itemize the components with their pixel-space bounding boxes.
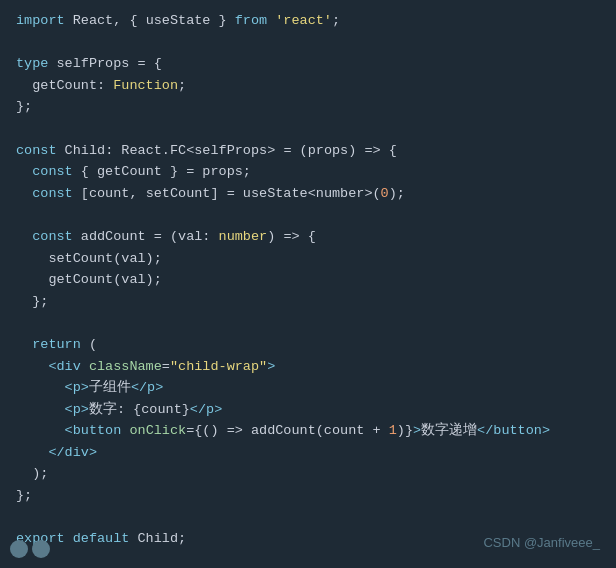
- code-line: setCount(val);: [16, 248, 600, 270]
- code-line: type selfProps = {: [16, 53, 600, 75]
- code-line: getCount: Function;: [16, 75, 600, 97]
- code-line: const { getCount } = props;: [16, 161, 600, 183]
- code-line: </div>: [16, 442, 600, 464]
- code-block: import React, { useState } from 'react';…: [16, 10, 600, 550]
- code-line: );: [16, 463, 600, 485]
- code-line: };: [16, 485, 600, 507]
- code-line: [16, 32, 600, 54]
- code-line: const [count, setCount] = useState<numbe…: [16, 183, 600, 205]
- code-line: [16, 204, 600, 226]
- code-line: [16, 118, 600, 140]
- icon-2: [32, 540, 50, 558]
- icon-1: [10, 540, 28, 558]
- code-editor: import React, { useState } from 'react';…: [0, 0, 616, 568]
- code-line: [16, 312, 600, 334]
- code-line: getCount(val);: [16, 269, 600, 291]
- code-line: <p>子组件</p>: [16, 377, 600, 399]
- code-line: import React, { useState } from 'react';: [16, 10, 600, 32]
- code-line: };: [16, 291, 600, 313]
- code-line: <button onClick={() => addCount(count + …: [16, 420, 600, 442]
- code-line: [16, 507, 600, 529]
- code-line: const addCount = (val: number) => {: [16, 226, 600, 248]
- bottom-icons: [10, 540, 50, 558]
- code-line: const Child: React.FC<selfProps> = (prop…: [16, 140, 600, 162]
- code-line: <div className="child-wrap">: [16, 356, 600, 378]
- watermark: CSDN @Janfiveee_: [483, 533, 600, 554]
- code-line: return (: [16, 334, 600, 356]
- code-line: };: [16, 96, 600, 118]
- code-line: <p>数字: {count}</p>: [16, 399, 600, 421]
